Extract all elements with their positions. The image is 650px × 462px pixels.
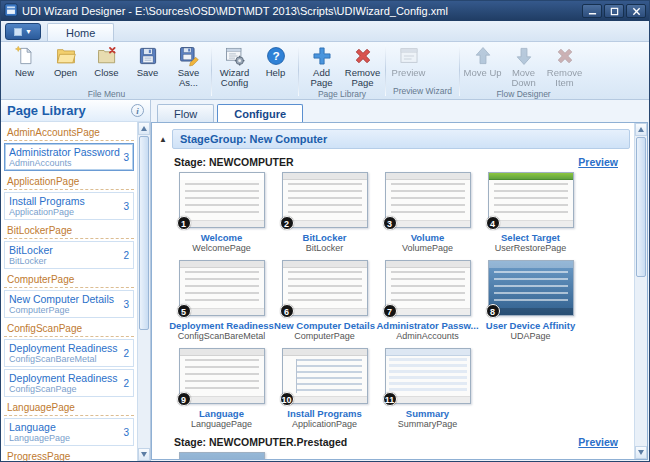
wizard-page-card[interactable]: 6 New Computer Details ComputerPage xyxy=(275,260,374,341)
page-item-type: LanguagePage xyxy=(9,433,120,443)
page-item-count: 3 xyxy=(120,427,129,438)
scroll-up-button[interactable] xyxy=(138,122,150,135)
tab-home[interactable]: Home xyxy=(47,23,114,41)
triangle-up-icon xyxy=(638,127,644,132)
move-up-icon xyxy=(472,45,494,67)
wizard-page-card[interactable]: 4 Select Target UserRestorePage xyxy=(481,172,580,253)
new-button[interactable]: New xyxy=(4,44,45,79)
ribbon-group-separator xyxy=(385,45,386,96)
wizard-page-card[interactable]: 11 Summary SummaryPage xyxy=(378,348,477,429)
page-item-title: Language xyxy=(9,421,120,433)
page-card-type: BitLocker xyxy=(306,243,344,253)
help-icon: ? xyxy=(265,45,287,67)
save-button[interactable]: Save xyxy=(127,44,168,79)
scroll-track[interactable] xyxy=(138,135,150,448)
application-menu-button[interactable]: ▼ xyxy=(5,23,41,40)
page-card-title: New Computer Details xyxy=(274,320,375,331)
new-document-icon xyxy=(14,45,36,67)
move-down-icon xyxy=(513,45,535,67)
page-thumbnail xyxy=(179,452,265,459)
page-item-administrator-password[interactable]: Administrator Password AdminAccounts 3 xyxy=(4,143,134,171)
page-library-pane: Page Library i AdminAccountsPage Adminis… xyxy=(1,100,151,461)
ribbon-group: New Open Close Save Save As... File Menu xyxy=(3,43,210,98)
page-card-title: Language xyxy=(199,408,244,419)
wizard-page-card[interactable]: 8 User Device Affinity UDAPage xyxy=(481,260,580,341)
scroll-track[interactable] xyxy=(635,136,647,446)
configure-panel: ▲ StageGroup: New Computer Stage: NEWCOM… xyxy=(151,122,648,460)
open-button[interactable]: Open xyxy=(45,44,86,79)
close-button[interactable]: Close xyxy=(86,44,127,79)
wizard-config-button[interactable]: Wizard Config xyxy=(214,44,255,89)
wizard-page-card[interactable]: 5 Deployment Readiness ConfigScanBareMet… xyxy=(172,260,271,341)
stage-title: Stage: NEWCOMPUTER.Prestaged xyxy=(174,436,347,448)
page-item-title: BitLocker xyxy=(9,244,120,256)
maximize-button[interactable] xyxy=(604,4,624,18)
wizard-page-card[interactable]: 9 Language LanguagePage xyxy=(172,348,271,429)
wizard-page-card[interactable]: 2 BitLocker BitLocker xyxy=(275,172,374,253)
page-group-configscanpage[interactable]: ConfigScanPage xyxy=(4,320,134,337)
ribbon-group: Add Page Remove Page Page Library xyxy=(300,43,384,98)
wizard-page-card[interactable]: 3 Volume VolumePage xyxy=(378,172,477,253)
page-number-badge: 10 xyxy=(280,392,294,406)
wizard-page-card[interactable] xyxy=(172,452,271,459)
scroll-thumb[interactable] xyxy=(139,136,149,330)
scroll-thumb[interactable] xyxy=(636,137,646,277)
page-card-title: Administrator Passw... xyxy=(376,320,478,331)
page-item-deployment-readiness[interactable]: Deployment Readiness ConfigScanPage 2 xyxy=(4,369,134,397)
stage-title: Stage: NEWCOMPUTER xyxy=(174,156,294,168)
preview-button[interactable]: Preview xyxy=(388,44,429,79)
save-as-button[interactable]: Save As... xyxy=(168,44,209,89)
page-group-languagepage[interactable]: LanguagePage xyxy=(4,399,134,416)
page-number-badge: 6 xyxy=(280,304,294,318)
help-button[interactable]: ? Help xyxy=(255,44,296,79)
stage-preview-link[interactable]: Preview xyxy=(578,436,618,448)
ribbon-group: Move Up Move Down Remove Item Flow Desig… xyxy=(461,43,586,98)
page-item-count: 3 xyxy=(120,299,129,310)
svg-text:?: ? xyxy=(272,49,279,63)
stage-preview-link[interactable]: Preview xyxy=(578,156,618,168)
tab-flow[interactable]: Flow xyxy=(157,104,214,122)
page-group-bitlockerpage[interactable]: BitLockerPage xyxy=(4,222,134,239)
scroll-down-button[interactable] xyxy=(635,446,647,459)
page-item-deployment-readiness[interactable]: Deployment Readiness ConfigScanBareMetal… xyxy=(4,339,134,367)
sidebar-scrollbar[interactable] xyxy=(137,122,150,461)
page-group-computerpage[interactable]: ComputerPage xyxy=(4,271,134,288)
page-item-title: Install Programs xyxy=(9,195,120,207)
page-item-language[interactable]: Language LanguagePage 3 xyxy=(4,418,134,446)
preview-icon xyxy=(398,45,420,67)
page-group-applicationpage[interactable]: ApplicationPage xyxy=(4,173,134,190)
scroll-down-button[interactable] xyxy=(138,448,150,461)
page-item-title: New Computer Details xyxy=(9,293,120,305)
collapse-arrow-icon[interactable]: ▲ xyxy=(158,135,168,144)
page-item-install-programs[interactable]: Install Programs ApplicationPage 3 xyxy=(4,192,134,220)
wizard-page-card[interactable]: 7 Administrator Passw... AdminAccounts xyxy=(378,260,477,341)
wizard-page-card[interactable]: 10 Install Programs ApplicationPage xyxy=(275,348,374,429)
scroll-up-button[interactable] xyxy=(635,123,647,136)
close-button[interactable] xyxy=(626,4,646,18)
titlebar: UDI Wizard Designer - E:\Sources\OSD\MDT… xyxy=(1,1,649,21)
page-thumbnail: 9 xyxy=(179,348,265,404)
page-item-bitlocker[interactable]: BitLocker BitLocker 2 xyxy=(4,241,134,269)
tab-configure[interactable]: Configure xyxy=(217,104,303,122)
content-scrollbar[interactable] xyxy=(634,123,647,459)
add-page-button[interactable]: Add Page xyxy=(301,44,342,89)
page-thumbnail: 2 xyxy=(282,172,368,228)
page-group-adminaccountspage[interactable]: AdminAccountsPage xyxy=(4,124,134,141)
page-group-progresspage[interactable]: ProgressPage xyxy=(4,448,134,461)
page-number-badge: 5 xyxy=(177,304,191,318)
remove-item-button[interactable]: Remove Item xyxy=(544,44,585,89)
wizard-page-card[interactable]: 1 Welcome WelcomePage xyxy=(172,172,271,253)
page-item-count: 2 xyxy=(120,250,129,261)
move-up-button[interactable]: Move Up xyxy=(462,44,503,79)
page-card-type: ConfigScanBareMetal xyxy=(178,331,266,341)
page-library-list: AdminAccountsPage Administrator Password… xyxy=(1,122,137,461)
triangle-up-icon xyxy=(141,126,147,131)
page-item-type: AdminAccounts xyxy=(9,158,120,168)
move-down-button[interactable]: Move Down xyxy=(503,44,544,89)
stagegroup-header[interactable]: StageGroup: New Computer xyxy=(172,129,630,149)
minimize-button[interactable] xyxy=(582,4,602,18)
info-icon[interactable]: i xyxy=(131,104,144,117)
remove-page-button[interactable]: Remove Page xyxy=(342,44,383,89)
page-item-new-computer-details[interactable]: New Computer Details ComputerPage 3 xyxy=(4,290,134,318)
page-card-type: LanguagePage xyxy=(191,419,252,429)
